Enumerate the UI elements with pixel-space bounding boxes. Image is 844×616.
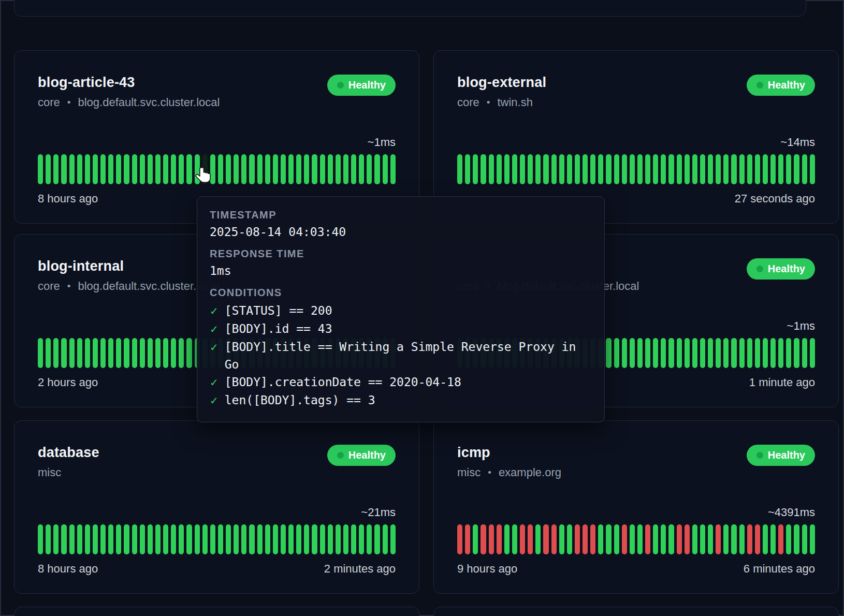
uptime-bar[interactable] bbox=[77, 338, 82, 368]
uptime-bar[interactable] bbox=[100, 154, 106, 184]
uptime-bar[interactable] bbox=[374, 524, 380, 554]
uptime-bar[interactable] bbox=[77, 524, 82, 554]
uptime-bar[interactable] bbox=[802, 524, 807, 554]
uptime-bar[interactable] bbox=[598, 154, 603, 184]
uptime-bar[interactable] bbox=[100, 338, 106, 368]
uptime-bar[interactable] bbox=[661, 524, 666, 554]
uptime-bar[interactable] bbox=[622, 338, 627, 368]
uptime-bar[interactable] bbox=[336, 524, 341, 554]
uptime-bar[interactable] bbox=[755, 524, 760, 554]
uptime-bar[interactable] bbox=[265, 524, 270, 554]
uptime-bar[interactable] bbox=[668, 154, 674, 184]
uptime-bar[interactable] bbox=[241, 154, 246, 184]
uptime-bar[interactable] bbox=[53, 524, 59, 554]
uptime-bar[interactable] bbox=[504, 524, 510, 554]
uptime-bar[interactable] bbox=[288, 154, 294, 184]
uptime-bar[interactable] bbox=[210, 154, 215, 184]
uptime-bar[interactable] bbox=[723, 338, 729, 368]
uptime-bar[interactable] bbox=[622, 154, 627, 184]
uptime-bar[interactable] bbox=[630, 154, 635, 184]
uptime-bar[interactable] bbox=[637, 154, 643, 184]
endpoint-card[interactable]: Healthy database misc • ~21ms 8 hours ag… bbox=[14, 420, 419, 594]
uptime-bar[interactable] bbox=[124, 524, 129, 554]
uptime-bar[interactable] bbox=[465, 154, 470, 184]
uptime-bar[interactable] bbox=[535, 524, 541, 554]
uptime-bar[interactable] bbox=[622, 524, 627, 554]
uptime-bar[interactable] bbox=[85, 524, 90, 554]
uptime-bar[interactable] bbox=[543, 154, 548, 184]
uptime-bar[interactable] bbox=[794, 524, 799, 554]
uptime-bar[interactable] bbox=[567, 524, 572, 554]
uptime-bar[interactable] bbox=[685, 524, 690, 554]
uptime-bar[interactable] bbox=[218, 524, 223, 554]
uptime-bar[interactable] bbox=[481, 154, 486, 184]
uptime-bar[interactable] bbox=[770, 154, 776, 184]
uptime-bar[interactable] bbox=[653, 524, 658, 554]
uptime-bar[interactable] bbox=[786, 154, 791, 184]
uptime-bar[interactable] bbox=[528, 154, 533, 184]
uptime-bar[interactable] bbox=[108, 524, 113, 554]
uptime-bar[interactable] bbox=[512, 154, 517, 184]
uptime-bar[interactable] bbox=[535, 154, 541, 184]
uptime-bar[interactable] bbox=[739, 524, 745, 554]
uptime-bar[interactable] bbox=[179, 524, 184, 554]
uptime-bar[interactable] bbox=[202, 154, 208, 184]
uptime-bar[interactable] bbox=[163, 338, 168, 368]
uptime-bar[interactable] bbox=[108, 338, 113, 368]
uptime-bar[interactable] bbox=[328, 524, 333, 554]
uptime-bar[interactable] bbox=[606, 338, 611, 368]
uptime-bar[interactable] bbox=[645, 338, 650, 368]
uptime-bar[interactable] bbox=[810, 524, 815, 554]
uptime-bar[interactable] bbox=[61, 524, 66, 554]
endpoint-card[interactable]: Healthy icmp misc • example.org ~4391ms … bbox=[433, 420, 839, 594]
uptime-bar[interactable] bbox=[747, 338, 752, 368]
uptime-bar[interactable] bbox=[770, 524, 776, 554]
uptime-bar[interactable] bbox=[551, 524, 557, 554]
uptime-bar[interactable] bbox=[343, 524, 348, 554]
uptime-bar[interactable] bbox=[155, 338, 161, 368]
uptime-bar[interactable] bbox=[747, 524, 752, 554]
uptime-bar[interactable] bbox=[116, 338, 121, 368]
uptime-bar[interactable] bbox=[708, 524, 713, 554]
uptime-bar[interactable] bbox=[614, 524, 619, 554]
uptime-bar[interactable] bbox=[614, 338, 619, 368]
uptime-bar[interactable] bbox=[171, 338, 176, 368]
uptime-bar[interactable] bbox=[93, 338, 98, 368]
uptime-bar[interactable] bbox=[716, 524, 721, 554]
uptime-bar[interactable] bbox=[810, 154, 815, 184]
uptime-bar[interactable] bbox=[116, 524, 121, 554]
uptime-bar[interactable] bbox=[132, 338, 137, 368]
uptime-bar[interactable] bbox=[731, 338, 736, 368]
uptime-bar[interactable] bbox=[179, 338, 184, 368]
uptime-bar[interactable] bbox=[186, 154, 192, 184]
uptime-bar[interactable] bbox=[763, 154, 768, 184]
uptime-bar[interactable] bbox=[653, 338, 658, 368]
uptime-bar[interactable] bbox=[739, 338, 745, 368]
uptime-bar[interactable] bbox=[132, 154, 137, 184]
uptime-bar[interactable] bbox=[590, 524, 595, 554]
uptime-bar[interactable] bbox=[195, 154, 200, 184]
uptime-bar[interactable] bbox=[598, 524, 603, 554]
uptime-bar[interactable] bbox=[685, 154, 690, 184]
uptime-bar[interactable] bbox=[543, 524, 548, 554]
uptime-bar[interactable] bbox=[367, 524, 372, 554]
uptime-bar[interactable] bbox=[61, 154, 66, 184]
uptime-bar[interactable] bbox=[132, 524, 137, 554]
uptime-bar[interactable] bbox=[53, 338, 59, 368]
uptime-bar[interactable] bbox=[85, 154, 90, 184]
uptime-bar[interactable] bbox=[171, 524, 176, 554]
uptime-bar[interactable] bbox=[359, 154, 364, 184]
uptime-bar[interactable] bbox=[171, 154, 176, 184]
uptime-bar[interactable] bbox=[273, 524, 278, 554]
uptime-bar[interactable] bbox=[723, 524, 729, 554]
uptime-bar[interactable] bbox=[61, 338, 66, 368]
uptime-bar[interactable] bbox=[320, 154, 325, 184]
uptime-bar[interactable] bbox=[281, 154, 286, 184]
uptime-bar[interactable] bbox=[390, 524, 396, 554]
uptime-bar[interactable] bbox=[653, 154, 658, 184]
uptime-bar[interactable] bbox=[304, 154, 309, 184]
uptime-bar[interactable] bbox=[692, 338, 697, 368]
uptime-bar[interactable] bbox=[336, 154, 341, 184]
uptime-bar[interactable] bbox=[559, 154, 564, 184]
uptime-bar[interactable] bbox=[645, 154, 650, 184]
